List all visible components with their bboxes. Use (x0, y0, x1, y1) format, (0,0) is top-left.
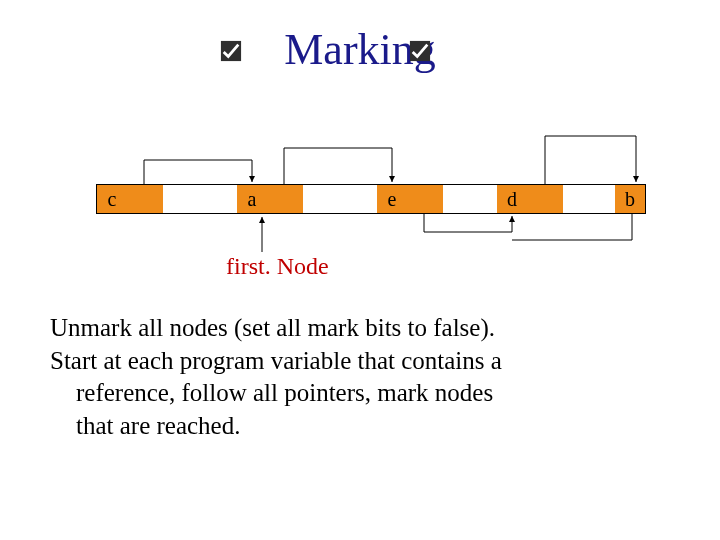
cell-c: c (97, 184, 127, 214)
gap (303, 184, 377, 214)
cell-c-ptr (127, 184, 163, 214)
body-line: Start at each program variable that cont… (50, 346, 670, 377)
body-line: Unmark all nodes (set all mark bits to f… (50, 313, 670, 344)
cell-b: b (615, 184, 645, 214)
check-icon (409, 40, 431, 62)
slide: Marking c a e d b (0, 0, 720, 540)
memory-row: c a e d b (96, 184, 646, 214)
cell-a: a (237, 184, 267, 214)
svg-rect-1 (410, 41, 430, 61)
pointer-arrows (0, 0, 720, 540)
body-line: reference, follow all pointers, mark nod… (50, 378, 670, 409)
firstnode-label: first. Node (226, 253, 329, 280)
body-text: Unmark all nodes (set all mark bits to f… (50, 313, 670, 443)
gap (443, 184, 497, 214)
cell-d: d (497, 184, 527, 214)
cell-d-ptr (527, 184, 563, 214)
svg-rect-0 (221, 41, 241, 61)
cell-e-ptr (407, 184, 443, 214)
slide-title: Marking (0, 24, 720, 75)
body-line: that are reached. (50, 411, 670, 442)
cell-a-ptr (267, 184, 303, 214)
cell-e: e (377, 184, 407, 214)
check-icon (220, 40, 242, 62)
gap (163, 184, 237, 214)
gap (563, 184, 615, 214)
